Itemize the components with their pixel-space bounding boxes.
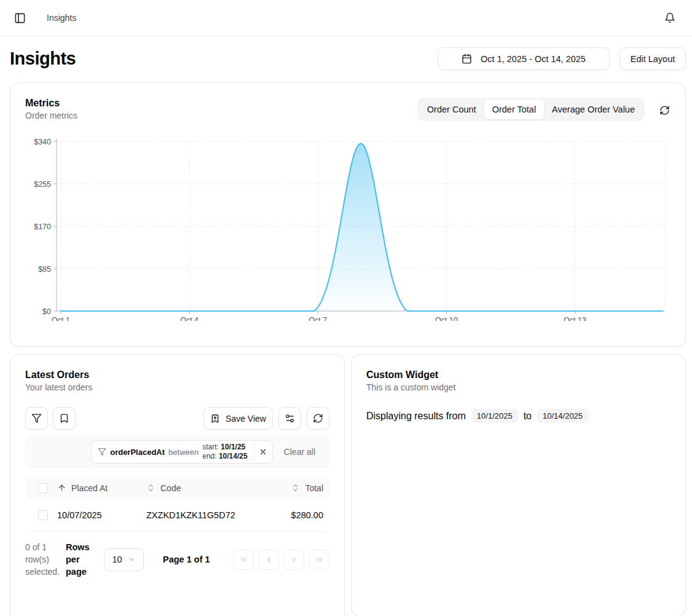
svg-text:Oct 1: Oct 1: [52, 316, 70, 321]
orders-toolbar: Save View: [25, 407, 329, 430]
cell-total: $280.00: [257, 510, 329, 520]
metrics-subtitle: Order metrics: [25, 111, 77, 120]
clear-all-filters-button[interactable]: Clear all: [284, 447, 315, 457]
tab-order-count[interactable]: Order Count: [419, 100, 484, 119]
notifications-button[interactable]: [660, 8, 680, 28]
to-date-chip: 10/14/2025: [537, 409, 588, 423]
svg-text:Oct 10: Oct 10: [435, 316, 458, 321]
date-range-label: Oct 1, 2025 - Oct 14, 2025: [481, 54, 586, 64]
svg-text:Oct 7: Oct 7: [309, 316, 327, 321]
filter-button[interactable]: [25, 407, 48, 430]
top-bar: Insights: [0, 0, 692, 36]
svg-text:Oct 4: Oct 4: [180, 316, 199, 321]
column-header-code[interactable]: Code: [141, 483, 257, 493]
rows-per-page-value: 10: [112, 555, 122, 564]
cell-code: ZXZKD1KZK11G5D72: [141, 510, 257, 520]
date-range-picker-button[interactable]: Oct 1, 2025 - Oct 14, 2025: [438, 47, 610, 70]
filter-end-value: 10/14/25: [219, 452, 248, 460]
tab-average-order-value[interactable]: Average Order Value: [544, 100, 643, 119]
panel-left-icon: [14, 12, 26, 24]
remove-filter-button[interactable]: [254, 440, 272, 464]
next-page-button[interactable]: [284, 550, 304, 570]
metrics-card: Metrics Order metrics Order Count Order …: [10, 82, 686, 347]
order-total-area-chart[interactable]: $0$85$170$255$340Oct 1Oct 4Oct 7Oct 10Oc…: [20, 133, 677, 323]
orders-table: Placed At Code Total 10/07/2025 ZXZKD1KZ…: [25, 476, 329, 532]
pagination: 0 of 1 row(s) selected. Rows per page 10…: [25, 541, 329, 578]
sort-both-icon: [291, 483, 300, 492]
column-header-placed-at[interactable]: Placed At: [52, 483, 141, 493]
svg-text:$170: $170: [34, 223, 51, 231]
sidebar-toggle-button[interactable]: [10, 8, 29, 28]
column-header-total[interactable]: Total: [257, 483, 329, 493]
last-page-button[interactable]: [309, 550, 329, 570]
results-text: Displaying results from: [366, 411, 466, 422]
filter-operator: between: [168, 448, 199, 457]
metrics-refresh-button[interactable]: [658, 104, 670, 116]
chevrons-left-icon: [239, 555, 248, 564]
chevrons-right-icon: [315, 555, 324, 564]
funnel-icon: [98, 448, 106, 456]
bookmark-icon: [59, 413, 69, 424]
rows-per-page-select[interactable]: 10: [104, 548, 144, 571]
filter-chip-order-placed-at[interactable]: orderPlacedAt between start: 10/1/25 end…: [91, 440, 272, 464]
metrics-title: Metrics: [25, 98, 77, 109]
orders-refresh-button[interactable]: [307, 407, 329, 430]
refresh-icon: [313, 413, 323, 424]
chevron-down-icon: [127, 555, 136, 564]
page-info: Page 1 of 1: [163, 555, 210, 564]
filter-start-label: start:: [202, 443, 219, 451]
active-filters-bar: orderPlacedAt between start: 10/1/25 end…: [25, 436, 329, 468]
svg-text:$85: $85: [38, 265, 51, 274]
sort-both-icon: [146, 483, 155, 492]
settings-sliders-icon: [285, 413, 295, 424]
page-header: Insights Oct 1, 2025 - Oct 14, 2025 Edit…: [0, 36, 692, 82]
svg-text:$0: $0: [42, 307, 51, 316]
table-row[interactable]: 10/07/2025 ZXZKD1KZK11G5D72 $280.00: [25, 499, 329, 532]
cell-placed-at: 10/07/2025: [52, 510, 141, 520]
select-all-checkbox[interactable]: [38, 483, 48, 493]
from-date-chip: 10/1/2025: [471, 409, 518, 423]
save-view-button[interactable]: Save View: [203, 407, 273, 430]
view-options-button[interactable]: [278, 407, 301, 430]
calendar-icon: [462, 53, 472, 64]
orders-table-header: Placed At Code Total: [25, 476, 329, 499]
previous-page-button[interactable]: [259, 550, 279, 570]
filter-range: start: 10/1/25 end: 10/14/25: [202, 443, 247, 461]
filter-end-label: end:: [202, 452, 216, 460]
refresh-icon: [659, 105, 670, 116]
funnel-icon: [31, 413, 42, 424]
svg-text:Oct 13: Oct 13: [564, 316, 586, 321]
bell-icon: [664, 12, 675, 23]
latest-orders-subtitle: Your latest orders: [25, 382, 329, 392]
to-word: to: [524, 411, 532, 422]
svg-text:$255: $255: [34, 180, 51, 189]
custom-widget-card: Custom Widget This is a custom widget Di…: [351, 354, 686, 616]
custom-widget-title: Custom Widget: [366, 369, 670, 381]
metric-segmented-control: Order Count Order Total Average Order Va…: [417, 98, 645, 121]
latest-orders-card: Latest Orders Your latest orders Save Vi…: [10, 354, 345, 616]
custom-widget-body: Displaying results from 10/1/2025 to 10/…: [366, 409, 670, 423]
filter-start-value: 10/1/25: [221, 443, 245, 451]
chevron-right-icon: [289, 555, 299, 564]
edit-layout-button[interactable]: Edit Layout: [619, 47, 686, 70]
svg-text:$340: $340: [34, 138, 51, 146]
chevron-left-icon: [264, 555, 273, 564]
close-icon: [259, 448, 267, 456]
sort-asc-icon: [57, 483, 66, 492]
bookmark-plus-icon: [210, 414, 220, 424]
first-page-button[interactable]: [234, 550, 254, 570]
rows-selected-text: 0 of 1 row(s) selected.: [25, 541, 65, 578]
save-view-label: Save View: [226, 414, 266, 424]
saved-views-button[interactable]: [53, 407, 76, 430]
latest-orders-title: Latest Orders: [25, 369, 329, 381]
breadcrumb: Insights: [47, 13, 76, 23]
row-checkbox[interactable]: [38, 510, 48, 520]
custom-widget-subtitle: This is a custom widget: [366, 382, 670, 392]
filter-field: orderPlacedAt: [110, 448, 165, 457]
rows-per-page-label: Rows per page: [66, 541, 96, 578]
page-title: Insights: [10, 49, 76, 69]
tab-order-total[interactable]: Order Total: [484, 100, 544, 119]
edit-layout-label: Edit Layout: [631, 54, 675, 64]
